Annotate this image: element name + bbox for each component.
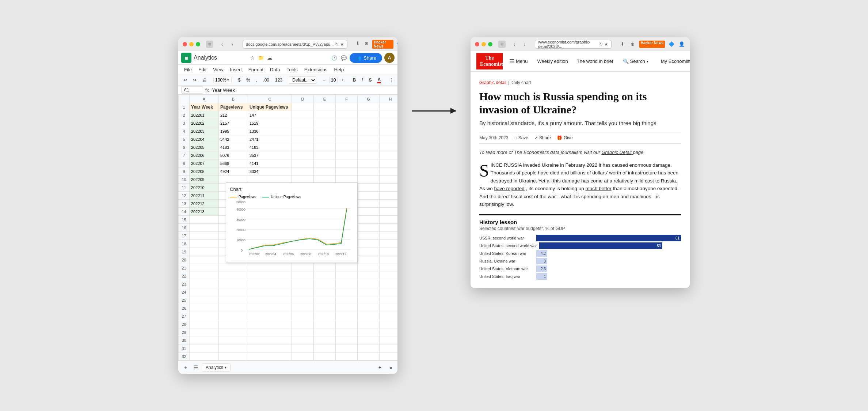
cell-f24[interactable] [336, 288, 358, 296]
cell-a12[interactable]: 202211 [190, 192, 219, 200]
cell-f32[interactable] [336, 352, 358, 361]
cell-d25[interactable] [292, 296, 314, 304]
cell-f27[interactable] [336, 312, 358, 320]
window-control-1[interactable]: ⊞ [206, 41, 213, 48]
cell-g13[interactable] [358, 200, 380, 208]
currency-button[interactable]: $ [236, 76, 243, 84]
cell-g17[interactable] [358, 232, 380, 240]
cell-a1[interactable]: Year Week [190, 103, 219, 111]
cell-c8[interactable]: 4141 [248, 159, 292, 167]
cell-b4[interactable]: 1995 [219, 127, 248, 135]
download-icon[interactable]: ⬇ [355, 40, 361, 47]
econ-profile-icon[interactable]: 👤 [678, 41, 685, 48]
bold-button[interactable]: B [350, 76, 358, 84]
cell-a27[interactable] [190, 312, 219, 320]
menu-data[interactable]: Data [267, 65, 283, 74]
share-button[interactable]: 👥 Share [350, 53, 382, 63]
cell-h2[interactable] [380, 111, 398, 119]
cell-h23[interactable] [380, 280, 398, 288]
cell-e1[interactable] [314, 103, 336, 111]
cell-f7[interactable] [336, 151, 358, 159]
cell-e24[interactable] [314, 288, 336, 296]
cloud-icon[interactable]: ☁ [267, 55, 272, 61]
cell-d8[interactable] [292, 159, 314, 167]
share-button[interactable]: ↗ Share [534, 135, 551, 140]
menu-format[interactable]: Format [245, 65, 266, 74]
cell-d5[interactable] [292, 135, 314, 143]
cell-g16[interactable] [358, 224, 380, 232]
cell-e22[interactable] [314, 272, 336, 280]
cell-f28[interactable] [336, 320, 358, 328]
cell-c21[interactable] [248, 264, 292, 272]
cell-h30[interactable] [380, 336, 398, 344]
my-economist-button[interactable]: My Economist ▾ [658, 56, 690, 66]
cell-f23[interactable] [336, 280, 358, 288]
econ-back-button[interactable]: ‹ [510, 41, 519, 48]
reload-icon[interactable]: ↻ [335, 42, 339, 47]
save-button[interactable]: □ Save [514, 135, 528, 140]
econ-bookmark-icon[interactable]: ★ [604, 42, 608, 47]
cell-b25[interactable] [219, 296, 248, 304]
econ-download-icon[interactable]: ⬇ [619, 41, 626, 48]
give-button[interactable]: 🎁 Give [557, 135, 573, 140]
cell-a17[interactable] [190, 232, 219, 240]
cell-e28[interactable] [314, 320, 336, 328]
cell-e3[interactable] [314, 119, 336, 127]
cell-a32[interactable] [190, 352, 219, 361]
cell-g18[interactable] [358, 240, 380, 248]
cell-f31[interactable] [336, 344, 358, 352]
cell-b27[interactable] [219, 312, 248, 320]
sheets-list-button[interactable]: ☰ [191, 363, 200, 372]
cell-g30[interactable] [358, 336, 380, 344]
cell-b21[interactable] [219, 264, 248, 272]
cell-c30[interactable] [248, 336, 292, 344]
cell-g28[interactable] [358, 320, 380, 328]
cell-a7[interactable]: 202206 [190, 151, 219, 159]
cell-a2[interactable]: 202201 [190, 111, 219, 119]
sheet-tab-analytics[interactable]: Analytics ▾ [202, 363, 231, 372]
cell-g12[interactable] [358, 192, 380, 200]
star-icon[interactable]: ☆ [250, 55, 255, 61]
cell-h18[interactable] [380, 240, 398, 248]
cell-g3[interactable] [358, 119, 380, 127]
cell-a21[interactable] [190, 264, 219, 272]
cell-e27[interactable] [314, 312, 336, 320]
cell-a31[interactable] [190, 344, 219, 352]
cell-b29[interactable] [219, 328, 248, 336]
econ-minimize-button[interactable] [481, 42, 486, 46]
col-header-b[interactable]: B [219, 95, 248, 103]
cell-e21[interactable] [314, 264, 336, 272]
cell-f21[interactable] [336, 264, 358, 272]
econ-window-control-1[interactable]: ⊞ [498, 41, 506, 48]
cell-b23[interactable] [219, 280, 248, 288]
cell-d4[interactable] [292, 127, 314, 135]
cell-a29[interactable] [190, 328, 219, 336]
font-size-increase[interactable]: + [339, 76, 346, 84]
cell-g29[interactable] [358, 328, 380, 336]
font-select[interactable]: Defaul... [289, 76, 316, 84]
cell-h24[interactable] [380, 288, 398, 296]
cell-b7[interactable]: 5076 [219, 151, 248, 159]
cell-reference-input[interactable] [181, 86, 203, 94]
cell-g31[interactable] [358, 344, 380, 352]
cell-d6[interactable] [292, 143, 314, 151]
cell-a25[interactable] [190, 296, 219, 304]
decimal-button[interactable]: .00 [261, 76, 271, 84]
cell-g2[interactable] [358, 111, 380, 119]
history-icon[interactable]: 🕐 [331, 54, 338, 61]
cell-e23[interactable] [314, 280, 336, 288]
cell-d31[interactable] [292, 344, 314, 352]
address-bar[interactable]: docs.google.com/spreadsheets/d/1p_Vvy2ya… [243, 40, 347, 49]
cell-h29[interactable] [380, 328, 398, 336]
cell-h27[interactable] [380, 312, 398, 320]
cell-h9[interactable] [380, 167, 398, 176]
body-link-1[interactable]: have reported [494, 186, 525, 191]
cell-c24[interactable] [248, 288, 292, 296]
cell-e7[interactable] [314, 151, 336, 159]
cell-h12[interactable] [380, 192, 398, 200]
cell-h5[interactable] [380, 135, 398, 143]
cell-c25[interactable] [248, 296, 292, 304]
maximize-button[interactable] [196, 42, 200, 46]
bookmark-icon[interactable]: ★ [340, 42, 344, 47]
more-formats-button[interactable]: ⋮ [387, 76, 396, 84]
